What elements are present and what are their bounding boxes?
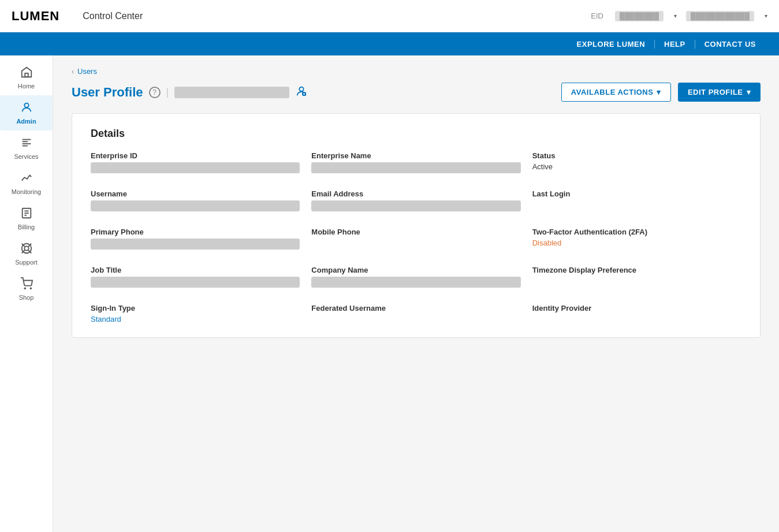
field-sign-in-type: Sign-In Type Standard — [91, 304, 300, 323]
explore-lumen-link[interactable]: EXPLORE LUMEN — [568, 40, 655, 49]
email-label: Email Address — [311, 189, 520, 198]
user-name: ████████████ — [174, 87, 289, 98]
header-right: EID ████████ ▾ ████████████ ▾ — [591, 11, 767, 21]
sidebar-item-home[interactable]: Home — [0, 60, 53, 95]
details-card: Details Enterprise ID ████████ Enterpris… — [72, 113, 761, 338]
sidebar-shop-label: Shop — [19, 294, 34, 301]
sidebar-billing-label: Billing — [18, 224, 35, 230]
field-enterprise-name: Enterprise Name ██████ — [311, 151, 520, 173]
eid-chevron-icon[interactable]: ▾ — [674, 13, 677, 19]
username-label: Username — [91, 189, 300, 198]
primary-phone-value: ████████████ — [91, 239, 300, 250]
breadcrumb-arrow: ‹ — [72, 68, 74, 76]
field-federated-username: Federated Username — [311, 304, 520, 323]
main-layout: Home Admin Services — [0, 55, 779, 532]
admin-icon — [20, 101, 33, 116]
field-company-name: Company Name ██████ — [311, 266, 520, 288]
account-value: ████████████ — [686, 11, 754, 21]
actions-chevron-icon: ▾ — [657, 88, 661, 96]
breadcrumb: ‹ Users — [72, 67, 761, 76]
sidebar-support-label: Support — [15, 259, 38, 266]
field-username: Username ████████████ — [91, 189, 300, 211]
billing-icon — [20, 207, 33, 221]
sidebar-home-label: Home — [18, 83, 35, 90]
sidebar-item-monitoring[interactable]: Monitoring — [0, 166, 53, 201]
svg-point-18 — [300, 87, 304, 91]
available-actions-button[interactable]: AVAILABLE ACTIONS ▾ — [561, 83, 671, 102]
enterprise-name-label: Enterprise Name — [311, 151, 520, 160]
page-title-left: User Profile ? | ████████████ — [72, 85, 308, 100]
monitoring-icon — [20, 172, 33, 186]
identity-provider-label: Identity Provider — [532, 304, 741, 312]
svg-point-17 — [30, 288, 31, 289]
details-title: Details — [91, 128, 741, 140]
sidebar-item-billing[interactable]: Billing — [0, 201, 53, 236]
account-chevron-icon[interactable]: ▾ — [765, 13, 767, 19]
sidebar-item-shop[interactable]: Shop — [0, 271, 53, 307]
contact-us-link[interactable]: CONTACT US — [695, 40, 765, 49]
sidebar-item-services[interactable]: Services — [0, 131, 53, 166]
field-job-title: Job Title ████ — [91, 266, 300, 288]
field-status: Status Active — [532, 151, 741, 173]
lumen-logo: LUMEN — [12, 9, 59, 24]
shop-icon — [20, 277, 33, 292]
enterprise-name-value: ██████ — [311, 162, 520, 173]
svg-rect-0 — [25, 73, 28, 77]
field-email: Email Address ████████████████████ — [311, 189, 520, 211]
company-name-value: ██████ — [311, 277, 520, 288]
company-name-label: Company Name — [311, 266, 520, 274]
help-icon[interactable]: ? — [149, 87, 161, 98]
edit-profile-button[interactable]: EDIT PROFILE ▾ — [678, 83, 761, 102]
enterprise-id-label: Enterprise ID — [91, 151, 300, 160]
available-actions-label: AVAILABLE ACTIONS — [571, 88, 654, 96]
primary-phone-label: Primary Phone — [91, 228, 300, 236]
breadcrumb-users-link[interactable]: Users — [77, 67, 97, 76]
2fa-value: Disabled — [532, 239, 741, 247]
page-title: User Profile — [72, 85, 143, 100]
field-last-login: Last Login — [532, 189, 741, 211]
sidebar-admin-label: Admin — [16, 118, 36, 125]
details-grid: Enterprise ID ████████ Enterprise Name █… — [91, 151, 741, 323]
job-title-label: Job Title — [91, 266, 300, 274]
federated-username-label: Federated Username — [311, 304, 520, 312]
svg-point-16 — [24, 288, 25, 289]
username-value: ████████████ — [91, 200, 300, 211]
field-identity-provider: Identity Provider — [532, 304, 741, 323]
svg-point-1 — [24, 103, 28, 107]
support-icon — [20, 242, 33, 256]
services-icon — [20, 136, 33, 151]
page-title-row: User Profile ? | ████████████ AVAILABL — [72, 83, 761, 102]
status-value: Active — [532, 162, 741, 171]
sidebar-item-admin[interactable]: Admin — [0, 95, 53, 131]
sign-in-type-label: Sign-In Type — [91, 304, 300, 312]
sidebar-monitoring-label: Monitoring — [12, 188, 41, 195]
field-mobile-phone: Mobile Phone — [311, 228, 520, 250]
sidebar-services-label: Services — [14, 153, 38, 160]
enterprise-id-value: ████████ — [91, 162, 300, 173]
sign-in-type-value: Standard — [91, 315, 300, 323]
app-title: Control Center — [83, 11, 143, 21]
home-icon — [20, 66, 33, 80]
mobile-phone-label: Mobile Phone — [311, 228, 520, 236]
user-profile-icon — [295, 85, 308, 99]
edit-profile-label: EDIT PROFILE — [688, 88, 743, 96]
help-link[interactable]: HELP — [655, 40, 695, 49]
top-header: LUMEN Control Center EID ████████ ▾ ████… — [0, 0, 779, 32]
status-label: Status — [532, 151, 741, 160]
sidebar: Home Admin Services — [0, 55, 53, 532]
sidebar-item-support[interactable]: Support — [0, 236, 53, 271]
job-title-value: ████ — [91, 277, 300, 288]
separator: | — [166, 86, 169, 98]
last-login-label: Last Login — [532, 189, 741, 198]
2fa-label: Two-Factor Authentication (2FA) — [532, 228, 741, 236]
blue-nav-bar: EXPLORE LUMEN HELP CONTACT US — [0, 32, 779, 55]
content-area: ‹ Users User Profile ? | ████████████ — [53, 55, 779, 532]
field-enterprise-id: Enterprise ID ████████ — [91, 151, 300, 173]
edit-chevron-icon: ▾ — [747, 88, 751, 96]
action-buttons: AVAILABLE ACTIONS ▾ EDIT PROFILE ▾ — [561, 83, 761, 102]
field-primary-phone: Primary Phone ████████████ — [91, 228, 300, 250]
field-2fa: Two-Factor Authentication (2FA) Disabled — [532, 228, 741, 250]
timezone-label: Timezone Display Preference — [532, 266, 741, 274]
svg-point-11 — [24, 246, 28, 250]
eid-value: ████████ — [615, 11, 664, 21]
